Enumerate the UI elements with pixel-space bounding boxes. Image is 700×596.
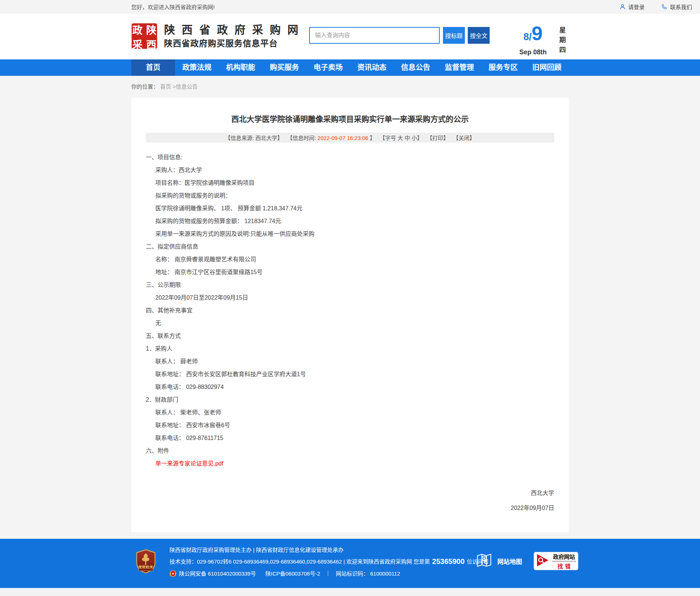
footer-org-line: 陕西省财政厅政府采购管理处主办 | 陕西省财政厅信息化建设管理处承办 bbox=[170, 547, 489, 553]
bottom-strip bbox=[0, 588, 700, 596]
article-paragraph: 拟采购的货物或服务的预算金额： 1218347.74元 bbox=[146, 218, 554, 225]
article-paragraph: 联系地址： 西安市长安区郭杜教育科技产业区学府大道1号 bbox=[146, 371, 554, 378]
search-bar: 搜标题 搜全文 bbox=[309, 27, 490, 44]
article-paragraph: 无 bbox=[146, 320, 554, 327]
error-badge-bottom: 找错 bbox=[552, 561, 576, 570]
close-button[interactable]: 【关闭】 bbox=[453, 134, 475, 141]
date-english: Sep 08th bbox=[510, 48, 556, 56]
attachment-link[interactable]: 单一来源专家论证意见.pdf bbox=[146, 460, 554, 467]
date-widget: 8/9 Sep 08th bbox=[510, 24, 556, 56]
article-card: 西北大学医学院徐诵明雕像采购项目采购实行单一来源采购方式的公示 【信息来源: 西… bbox=[131, 98, 569, 532]
nav-item-notices[interactable]: 信息公告 bbox=[394, 59, 438, 76]
site-footer: 党政机关 陕西省财政厅政府采购管理处主办 | 陕西省财政厅信息化建设管理处承办 … bbox=[0, 539, 700, 588]
police-badge-icon bbox=[170, 570, 176, 577]
phone-icon bbox=[661, 4, 668, 10]
article-paragraph: 项目名称：医学院徐诵明雕像采购项目 bbox=[146, 180, 554, 186]
breadcrumb-separator: > bbox=[172, 83, 176, 90]
footer-support-line: 技术支持：029-96702转6 029-68936469,029-689364… bbox=[170, 558, 489, 565]
main-nav-bar: 首页政策法规机构职能购买服务电子卖场资讯动态信息公告监督管理服务专区旧网回顾 bbox=[0, 59, 700, 76]
article-paragraph: 医学院徐诵明雕像采购、 1项、 预算金额 1,218,347.74元 bbox=[146, 205, 554, 212]
site-brand[interactable]: 政 陕 采 西 陕 西 省 政 府 采 购 网 陕西省政府购买服务信息平台 bbox=[131, 22, 300, 50]
meta-time-value: 2022-09-07 16:23:06 bbox=[318, 135, 368, 141]
fontsize-control[interactable]: 【字号 大 中 小】 bbox=[380, 134, 423, 141]
search-fulltext-button[interactable]: 搜全文 bbox=[468, 27, 490, 44]
article-paragraph: 名称： 南京舜睿景观雕塑艺术有限公司 bbox=[146, 256, 554, 263]
date-day: 9 bbox=[532, 22, 542, 44]
sitemap-link[interactable]: 网站地图 bbox=[497, 557, 522, 566]
site-code: 网站标识码： 6100000112 bbox=[336, 570, 400, 577]
article-paragraph: 联系地址： 西安市冰窖巷6号 bbox=[146, 422, 554, 429]
main-nav: 首页政策法规机构职能购买服务电子卖场资讯动态信息公告监督管理服务专区旧网回顾 bbox=[131, 59, 569, 76]
nav-item-policy[interactable]: 政策法规 bbox=[175, 59, 219, 76]
nav-item-news[interactable]: 资讯动态 bbox=[350, 59, 394, 76]
article-meta-bar: 【信息来源: 西北大学】 【信息时间: 2022-09-07 16:23:06 … bbox=[146, 133, 554, 143]
signature-org: 西北大学 bbox=[146, 488, 554, 497]
breadcrumb: 你的位置： 首页 >信息公告 bbox=[131, 76, 569, 98]
search-title-button[interactable]: 搜标题 bbox=[443, 27, 465, 44]
page-background: 你的位置： 首页 >信息公告 西北大学医学院徐诵明雕像采购项目采购实行单一来源采… bbox=[0, 76, 700, 539]
article-paragraph: 三、公示期限 bbox=[146, 282, 554, 288]
article-paragraph: 联系人： 薛老师 bbox=[146, 358, 554, 365]
nav-item-home[interactable]: 首页 bbox=[131, 59, 175, 76]
article-paragraph: 1．采购人 bbox=[146, 346, 554, 352]
article-paragraph: 五、联系方式 bbox=[146, 333, 554, 339]
breadcrumb-current: 信息公告 bbox=[176, 83, 198, 90]
article-title: 西北大学医学院徐诵明雕像采购项目采购实行单一来源采购方式的公示 bbox=[146, 113, 554, 124]
login-link[interactable]: 请登录 bbox=[619, 3, 645, 11]
breadcrumb-home-link[interactable]: 首页 bbox=[160, 83, 171, 90]
article-paragraph: 六、附件 bbox=[146, 448, 554, 454]
print-button[interactable]: 【打印】 bbox=[427, 134, 449, 141]
gov-site-error-report-badge[interactable]: 政府网站 找错 bbox=[534, 552, 578, 570]
article-paragraph: 采购人：西北大学 bbox=[146, 167, 554, 174]
footer-divider: ｜ bbox=[325, 570, 331, 577]
shield-icon bbox=[136, 549, 156, 574]
party-gov-badge: 党政机关 bbox=[136, 549, 156, 574]
article-paragraph: 四、其他补充事宜 bbox=[146, 307, 554, 314]
article-paragraph: 地址： 南京市江宁区谷里街道聚缘路15号 bbox=[146, 269, 554, 276]
error-badge-top: 政府网站 bbox=[552, 553, 576, 561]
search-input[interactable] bbox=[309, 27, 440, 44]
article-paragraph: 联系人： 柴老师、张老师 bbox=[146, 409, 554, 416]
article-body: 一、项目信息:采购人：西北大学项目名称：医学院徐诵明雕像采购项目拟采购的货物或服… bbox=[146, 154, 554, 467]
weekday-label: 星期四 bbox=[557, 27, 567, 63]
breadcrumb-label: 你的位置： bbox=[131, 83, 159, 90]
welcome-text: 您好，欢迎进入陕西省政府采购网! bbox=[131, 3, 215, 11]
article-paragraph: 2．财政部门 bbox=[146, 397, 554, 403]
nav-item-e-mall[interactable]: 电子卖场 bbox=[306, 59, 350, 76]
party-gov-badge-label: 党政机关 bbox=[136, 565, 156, 569]
top-utility-bar: 您好，欢迎进入陕西省政府采购网! 请登录 联系我们 bbox=[0, 0, 700, 13]
article-paragraph: 一、项目信息: bbox=[146, 154, 554, 161]
meta-source: 【信息来源: 西北大学】 bbox=[225, 134, 283, 141]
site-logo: 政 陕 采 西 bbox=[131, 22, 158, 50]
nav-item-supervision[interactable]: 监督管理 bbox=[438, 59, 481, 76]
article-paragraph: 联系电话： 029-88302974 bbox=[146, 384, 554, 390]
site-title: 陕 西 省 政 府 采 购 网 bbox=[164, 24, 300, 36]
nav-item-service-zone[interactable]: 服务专区 bbox=[481, 59, 525, 76]
article-paragraph: 拟采购的货物或服务的说明： bbox=[146, 192, 554, 199]
article-paragraph: 联系电话： 029-87611715 bbox=[146, 435, 554, 441]
site-subtitle: 陕西省政府购买服务信息平台 bbox=[164, 38, 300, 49]
article-paragraph: 采用单一来源采购方式的原因及说明:只能从唯一供应商处采购 bbox=[146, 231, 554, 237]
date-month: 8/ bbox=[524, 31, 532, 42]
icp-link[interactable]: 陕ICP备06003708号-2 bbox=[265, 570, 320, 577]
nav-item-purchase-services[interactable]: 购买服务 bbox=[262, 59, 306, 76]
article-paragraph: 二、拟定供应商信息 bbox=[146, 244, 554, 250]
police-beian-link[interactable]: 陕公网安备 61010402000339号 bbox=[179, 570, 256, 577]
article-paragraph: 2022年09月07日至2022年09月15日 bbox=[146, 295, 554, 301]
user-icon bbox=[619, 4, 626, 10]
article-signature: 西北大学 2022年09月07日 bbox=[146, 488, 554, 512]
meta-time: 【信息时间: 2022-09-07 16:23:06 】 bbox=[287, 134, 375, 141]
visitor-counter: 25365900 bbox=[432, 558, 464, 565]
site-header: 政 陕 采 西 陕 西 省 政 府 采 购 网 陕西省政府购买服务信息平台 搜标… bbox=[0, 13, 700, 59]
signature-date: 2022年09月07日 bbox=[146, 503, 554, 512]
nav-item-functions[interactable]: 机构职能 bbox=[219, 59, 262, 76]
error-flag-icon bbox=[536, 553, 551, 569]
contact-us-link[interactable]: 联系我们 bbox=[661, 3, 692, 11]
map-icon[interactable] bbox=[476, 553, 492, 569]
